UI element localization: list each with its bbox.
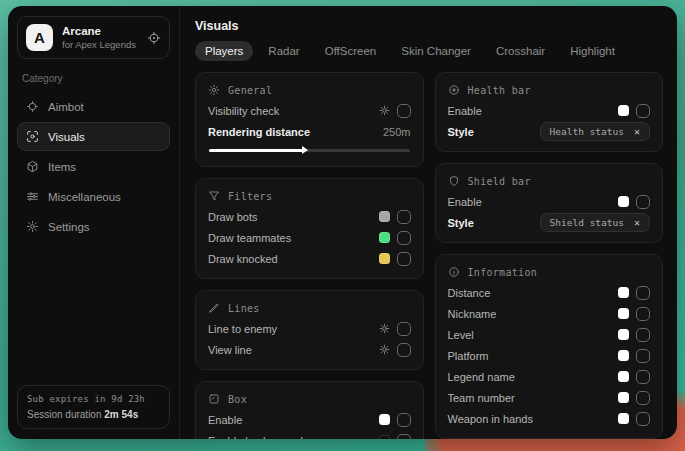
color-swatch[interactable]: [618, 329, 629, 340]
sidebar-item-label: Settings: [48, 221, 90, 233]
shield-style-select[interactable]: Shield status ✕: [540, 213, 650, 232]
line-to-enemy-checkbox[interactable]: [397, 322, 411, 336]
weapon-in-hands-checkbox[interactable]: [636, 412, 650, 426]
box-enable-background-checkbox[interactable]: [397, 434, 411, 440]
color-swatch[interactable]: [618, 287, 629, 298]
platform-row: Platform: [448, 345, 651, 366]
brand-card: A Arcane for Apex Legends: [17, 16, 170, 59]
gear-icon[interactable]: [379, 323, 390, 334]
card-title: Health bar: [468, 85, 531, 96]
tab-offscreen[interactable]: OffScreen: [315, 41, 387, 61]
scan-eye-icon: [26, 130, 39, 143]
health-enable-row: Enable: [448, 100, 651, 121]
health-style-row: Style Health status ✕: [448, 121, 651, 142]
tab-crosshair[interactable]: Crosshair: [486, 41, 555, 61]
color-swatch[interactable]: [618, 105, 629, 116]
row-label: Style: [448, 126, 540, 138]
tab-radar[interactable]: Radar: [258, 41, 309, 61]
sidebar-item-items[interactable]: Items: [17, 152, 170, 181]
row-label: Enable: [208, 414, 379, 426]
nickname-checkbox[interactable]: [636, 307, 650, 321]
close-icon[interactable]: ✕: [634, 127, 640, 137]
color-swatch[interactable]: [618, 413, 629, 424]
subscription-info-card: Sub expires in 9d 23h Session duration 2…: [17, 385, 170, 429]
sidebar-item-settings[interactable]: Settings: [17, 212, 170, 241]
rendering-distance-slider[interactable]: [209, 145, 410, 155]
card-header: General: [208, 84, 411, 96]
card-title: Information: [468, 267, 538, 278]
box-icon: [208, 393, 220, 405]
slider-fill: [209, 149, 305, 152]
shield-style-value: Shield status: [550, 217, 624, 228]
platform-checkbox[interactable]: [636, 349, 650, 363]
draw-knocked-row: Draw knocked: [208, 248, 411, 269]
card-header: Shield bar: [448, 175, 651, 187]
draw-teammates-checkbox[interactable]: [397, 231, 411, 245]
color-swatch[interactable]: [379, 211, 390, 222]
close-icon[interactable]: ✕: [634, 218, 640, 228]
sidebar-item-miscellaneous[interactable]: Miscellaneous: [17, 182, 170, 211]
card-header: Filters: [208, 190, 411, 202]
legend-name-checkbox[interactable]: [636, 370, 650, 384]
level-checkbox[interactable]: [636, 328, 650, 342]
app-subtitle: for Apex Legends: [62, 39, 138, 50]
card-header: Lines: [208, 302, 411, 314]
gear-icon[interactable]: [379, 105, 390, 116]
app-name: Arcane: [62, 25, 138, 37]
color-swatch[interactable]: [618, 392, 629, 403]
health-style-select[interactable]: Health status ✕: [540, 122, 650, 141]
color-swatch[interactable]: [379, 232, 390, 243]
view-line-checkbox[interactable]: [397, 343, 411, 357]
distance-checkbox[interactable]: [636, 286, 650, 300]
filters-card: Filters Draw bots Draw teammates: [195, 178, 424, 279]
visibility-check-row: Visibility check: [208, 100, 411, 121]
circle-plus-icon: [448, 84, 460, 96]
card-title: Shield bar: [468, 176, 531, 187]
row-label: Weapon in hands: [448, 413, 619, 425]
focus-icon[interactable]: [147, 31, 161, 45]
shield-enable-row: Enable: [448, 191, 651, 212]
slider-thumb[interactable]: [302, 146, 308, 154]
line-to-enemy-row: Line to enemy: [208, 318, 411, 339]
color-swatch[interactable]: [618, 308, 629, 319]
card-header: Box: [208, 393, 411, 405]
row-label: Level: [448, 329, 619, 341]
tab-skin-changer[interactable]: Skin Changer: [391, 41, 481, 61]
row-label: Line to enemy: [208, 323, 379, 335]
sub-expires-text: Sub expires in 9d 23h: [27, 394, 160, 404]
color-swatch[interactable]: [379, 435, 390, 439]
health-enable-checkbox[interactable]: [636, 104, 650, 118]
box-enable-checkbox[interactable]: [397, 413, 411, 427]
team-number-checkbox[interactable]: [636, 391, 650, 405]
sidebar: A Arcane for Apex Legends Category Aimbo…: [8, 6, 180, 439]
color-swatch[interactable]: [618, 350, 629, 361]
session-duration-value: 2m 54s: [104, 409, 138, 420]
color-swatch[interactable]: [618, 196, 629, 207]
shield-style-row: Style Shield status ✕: [448, 212, 651, 233]
gear-icon[interactable]: [379, 344, 390, 355]
row-label: Platform: [448, 350, 619, 362]
color-swatch[interactable]: [618, 371, 629, 382]
sidebar-item-visuals[interactable]: Visuals: [17, 122, 170, 151]
session-duration-text: Session duration 2m 54s: [27, 409, 160, 420]
draw-knocked-checkbox[interactable]: [397, 252, 411, 266]
draw-bots-checkbox[interactable]: [397, 210, 411, 224]
tab-highlight[interactable]: Highlight: [560, 41, 625, 61]
sidebar-item-label: Aimbot: [48, 101, 84, 113]
sidebar-item-aimbot[interactable]: Aimbot: [17, 92, 170, 121]
color-swatch[interactable]: [379, 253, 390, 264]
tab-players[interactable]: Players: [195, 41, 253, 61]
card-header: Information: [448, 266, 651, 278]
color-swatch[interactable]: [379, 414, 390, 425]
funnel-icon: [208, 190, 220, 202]
shield-icon: [448, 175, 460, 187]
visibility-check-checkbox[interactable]: [397, 104, 411, 118]
shield-enable-checkbox[interactable]: [636, 195, 650, 209]
row-label: Draw bots: [208, 211, 379, 223]
tab-bar: Players Radar OffScreen Skin Changer Cro…: [195, 41, 663, 61]
row-label: Draw knocked: [208, 253, 379, 265]
main-panel: Visuals Players Radar OffScreen Skin Cha…: [180, 6, 677, 439]
sidebar-item-label: Miscellaneous: [48, 191, 121, 203]
shield-bar-card: Shield bar Enable Style Shield status: [435, 163, 664, 243]
app-window: A Arcane for Apex Legends Category Aimbo…: [8, 6, 677, 439]
